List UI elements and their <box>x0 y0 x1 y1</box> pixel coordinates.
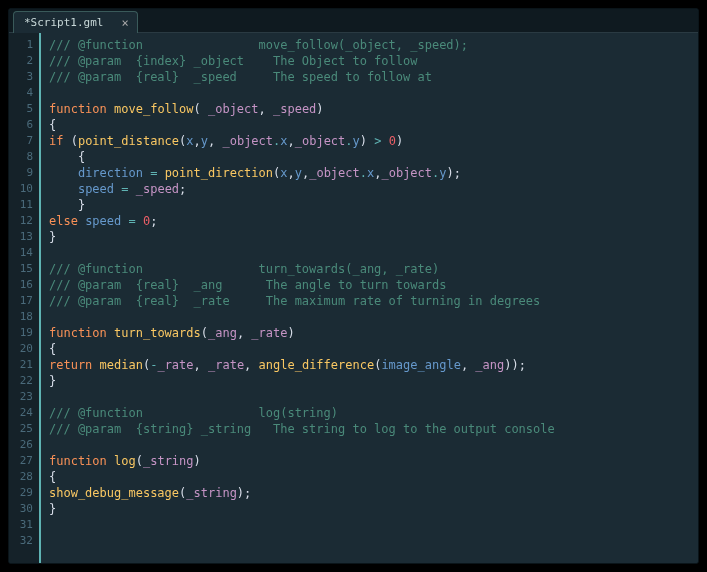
token: ); <box>237 486 251 500</box>
token: )); <box>504 358 526 372</box>
code-line[interactable]: } <box>49 197 698 213</box>
token: /// @function turn_towards(_ang, _rate) <box>49 262 439 276</box>
token: ; <box>179 182 186 196</box>
token: /// @param {real} _ang The angle to turn… <box>49 278 446 292</box>
token: ) <box>194 454 201 468</box>
line-number: 21 <box>9 357 39 373</box>
code-line[interactable] <box>49 85 698 101</box>
token: _object <box>381 166 432 180</box>
token: /// @function log(string) <box>49 406 338 420</box>
code-line[interactable]: function log(_string) <box>49 453 698 469</box>
code-line[interactable]: /// @param {real} _speed The speed to fo… <box>49 69 698 85</box>
token: y <box>353 134 360 148</box>
token: _ang <box>475 358 504 372</box>
line-number: 17 <box>9 293 39 309</box>
token: _object <box>208 102 259 116</box>
token: show_debug_message <box>49 486 179 500</box>
code-line[interactable] <box>49 437 698 453</box>
token: = <box>128 214 135 228</box>
code-content[interactable]: /// @function move_follow(_object, _spee… <box>41 33 698 563</box>
token: _object <box>295 134 346 148</box>
token <box>136 214 143 228</box>
line-number: 10 <box>9 181 39 197</box>
line-number: 5 <box>9 101 39 117</box>
token: image_angle <box>381 358 460 372</box>
code-line[interactable]: /// @function move_follow(_object, _spee… <box>49 37 698 53</box>
token: { <box>49 342 56 356</box>
token: ) <box>316 102 323 116</box>
token: ) <box>396 134 403 148</box>
token: if <box>49 134 71 148</box>
code-line[interactable]: else speed = 0; <box>49 213 698 229</box>
token: _speed <box>136 182 179 196</box>
token: = <box>121 182 128 196</box>
token: function <box>49 326 114 340</box>
token: point_direction <box>165 166 273 180</box>
code-line[interactable]: return median(-_rate, _rate, angle_diffe… <box>49 357 698 373</box>
line-number: 2 <box>9 53 39 69</box>
token: /// @param {real} _speed The speed to fo… <box>49 70 432 84</box>
line-number: 12 <box>9 213 39 229</box>
code-line[interactable]: { <box>49 149 698 165</box>
code-line[interactable]: function turn_towards(_ang, _rate) <box>49 325 698 341</box>
close-icon[interactable]: × <box>121 17 128 29</box>
code-line[interactable]: } <box>49 501 698 517</box>
code-line[interactable]: { <box>49 341 698 357</box>
code-line[interactable] <box>49 309 698 325</box>
token: , <box>194 358 208 372</box>
token: } <box>49 502 56 516</box>
line-number: 30 <box>9 501 39 517</box>
code-area[interactable]: 1234567891011121314151617181920212223242… <box>9 33 698 563</box>
token: x <box>186 134 193 148</box>
code-line[interactable]: { <box>49 469 698 485</box>
token: , <box>288 134 295 148</box>
code-line[interactable] <box>49 389 698 405</box>
code-line[interactable]: /// @function turn_towards(_ang, _rate) <box>49 261 698 277</box>
code-line[interactable]: /// @param {real} _rate The maximum rate… <box>49 293 698 309</box>
token: ( <box>71 134 78 148</box>
token: return <box>49 358 100 372</box>
tab-bar: *Script1.gml × <box>9 9 698 33</box>
token: , <box>244 358 258 372</box>
token: median <box>100 358 143 372</box>
token: , <box>208 134 222 148</box>
line-number: 24 <box>9 405 39 421</box>
code-line[interactable] <box>49 517 698 533</box>
line-number: 27 <box>9 453 39 469</box>
token: . <box>345 134 352 148</box>
code-line[interactable] <box>49 245 698 261</box>
code-line[interactable] <box>49 533 698 549</box>
line-number: 16 <box>9 277 39 293</box>
token <box>49 182 78 196</box>
code-line[interactable]: direction = point_direction(x,y,_object.… <box>49 165 698 181</box>
token: ); <box>447 166 461 180</box>
code-line[interactable]: /// @param {index} _object The Object to… <box>49 53 698 69</box>
token: /// @function move_follow(_object, _spee… <box>49 38 468 52</box>
token: _rate <box>157 358 193 372</box>
token: 0 <box>389 134 396 148</box>
code-line[interactable]: function move_follow( _object, _speed) <box>49 101 698 117</box>
line-number: 20 <box>9 341 39 357</box>
code-line[interactable]: if (point_distance(x,y, _object.x,_objec… <box>49 133 698 149</box>
line-number: 13 <box>9 229 39 245</box>
file-tab[interactable]: *Script1.gml × <box>13 11 138 33</box>
line-number: 4 <box>9 85 39 101</box>
line-number: 14 <box>9 245 39 261</box>
code-line[interactable]: /// @param {string} _string The string t… <box>49 421 698 437</box>
token: { <box>49 470 56 484</box>
code-line[interactable]: /// @param {real} _ang The angle to turn… <box>49 277 698 293</box>
token: _ang <box>208 326 237 340</box>
line-number-gutter: 1234567891011121314151617181920212223242… <box>9 33 41 563</box>
token: { <box>49 118 56 132</box>
code-line[interactable]: speed = _speed; <box>49 181 698 197</box>
token: } <box>49 230 56 244</box>
code-line[interactable]: } <box>49 229 698 245</box>
token: speed <box>85 214 121 228</box>
editor-window: *Script1.gml × 1234567891011121314151617… <box>8 8 699 564</box>
token: /// @param {string} _string The string t… <box>49 422 555 436</box>
code-line[interactable]: show_debug_message(_string); <box>49 485 698 501</box>
code-line[interactable]: /// @function log(string) <box>49 405 698 421</box>
code-line[interactable]: } <box>49 373 698 389</box>
line-number: 25 <box>9 421 39 437</box>
code-line[interactable]: { <box>49 117 698 133</box>
